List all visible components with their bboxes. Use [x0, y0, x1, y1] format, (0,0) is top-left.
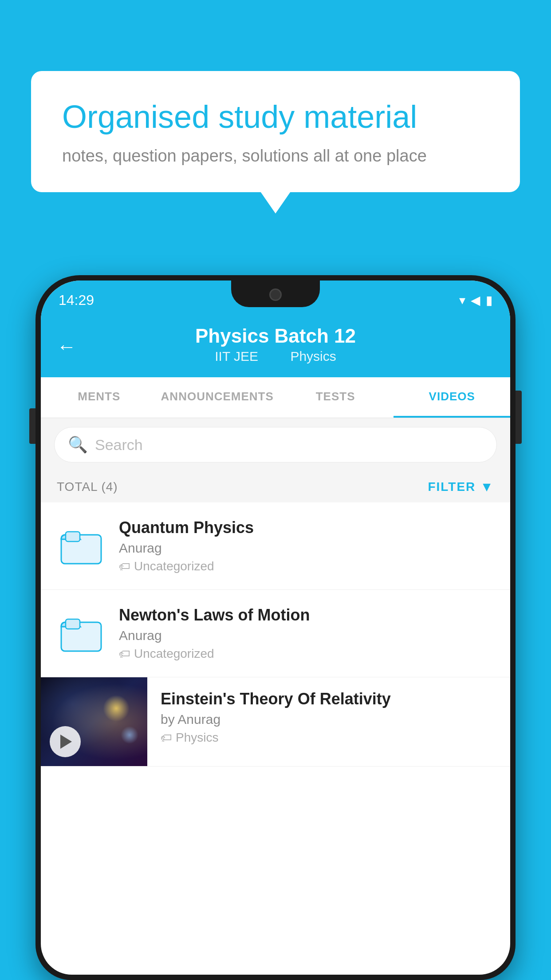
tag-label: Physics [176, 731, 218, 745]
play-icon [60, 735, 72, 749]
video-list: Quantum Physics Anurag 🏷 Uncategorized [41, 502, 510, 767]
video-folder-icon [57, 609, 106, 658]
phone-screen: 14:29 ▾ ◀ ▮ ← Physics Batch 12 IIT JEE P… [41, 281, 510, 975]
search-bar[interactable]: 🔍 Search [54, 427, 497, 462]
header-tag1: IIT JEE [215, 349, 258, 364]
status-icons: ▾ ◀ ▮ [459, 293, 492, 308]
tab-ments[interactable]: MENTS [41, 377, 157, 418]
video-author: Anurag [119, 628, 494, 643]
list-item[interactable]: Newton's Laws of Motion Anurag 🏷 Uncateg… [41, 590, 510, 677]
video-title: Einstein's Theory Of Relativity [161, 690, 497, 708]
tag-label: Uncategorized [134, 559, 214, 573]
header-title: Physics Batch 12 [59, 325, 492, 347]
svg-rect-3 [66, 619, 80, 629]
phone-power-button [516, 391, 522, 444]
search-container: 🔍 Search [41, 418, 510, 471]
filter-label: FILTER [428, 480, 476, 494]
decorative-orb [103, 695, 130, 722]
video-author: by Anurag [161, 712, 497, 727]
video-author: Anurag [119, 541, 494, 556]
filter-bar: TOTAL (4) FILTER ▼ [41, 471, 510, 502]
video-info: Quantum Physics Anurag 🏷 Uncategorized [119, 518, 494, 573]
app-header: ← Physics Batch 12 IIT JEE Physics [41, 316, 510, 377]
video-info: Newton's Laws of Motion Anurag 🏷 Uncateg… [119, 606, 494, 661]
speech-bubble-container: Organised study material notes, question… [31, 71, 520, 192]
list-item[interactable]: Einstein's Theory Of Relativity by Anura… [41, 677, 510, 767]
speech-bubble: Organised study material notes, question… [31, 71, 520, 192]
video-tag: 🏷 Physics [161, 731, 497, 745]
phone-volume-button [29, 408, 35, 444]
front-camera [269, 288, 282, 301]
wifi-icon: ▾ [459, 293, 465, 308]
tag-icon: 🏷 [161, 731, 172, 745]
play-button[interactable] [50, 726, 81, 757]
search-placeholder: Search [95, 436, 143, 454]
video-title: Quantum Physics [119, 518, 494, 537]
decorative-orb [121, 726, 138, 744]
list-item[interactable]: Quantum Physics Anurag 🏷 Uncategorized [41, 502, 510, 590]
phone-frame: 14:29 ▾ ◀ ▮ ← Physics Batch 12 IIT JEE P… [35, 275, 516, 980]
battery-icon: ▮ [486, 293, 492, 308]
signal-icon: ◀ [471, 293, 480, 308]
video-tag: 🏷 Uncategorized [119, 559, 494, 573]
video-tag: 🏷 Uncategorized [119, 647, 494, 661]
tab-bar: MENTS ANNOUNCEMENTS TESTS VIDEOS [41, 377, 510, 418]
tag-icon: 🏷 [119, 647, 130, 661]
tab-videos[interactable]: VIDEOS [394, 377, 510, 418]
tab-tests[interactable]: TESTS [277, 377, 394, 418]
phone-notch [231, 281, 320, 307]
video-thumbnail-image [41, 677, 147, 766]
tab-announcements[interactable]: ANNOUNCEMENTS [157, 377, 277, 418]
search-icon: 🔍 [68, 435, 88, 454]
bubble-subtitle: notes, question papers, solutions all at… [62, 146, 489, 166]
header-subtitle: IIT JEE Physics [59, 349, 492, 364]
video-info: Einstein's Theory Of Relativity by Anura… [147, 677, 510, 757]
svg-rect-1 [66, 532, 80, 541]
back-button[interactable]: ← [57, 336, 76, 358]
filter-button[interactable]: FILTER ▼ [428, 479, 494, 494]
tag-icon: 🏷 [119, 560, 130, 573]
filter-icon: ▼ [480, 479, 494, 494]
total-count: TOTAL (4) [57, 480, 118, 494]
status-time: 14:29 [59, 292, 94, 308]
header-tag2: Physics [290, 349, 336, 364]
tag-label: Uncategorized [134, 647, 214, 661]
video-folder-icon [57, 522, 106, 570]
video-title: Newton's Laws of Motion [119, 606, 494, 624]
bubble-title: Organised study material [62, 98, 489, 136]
